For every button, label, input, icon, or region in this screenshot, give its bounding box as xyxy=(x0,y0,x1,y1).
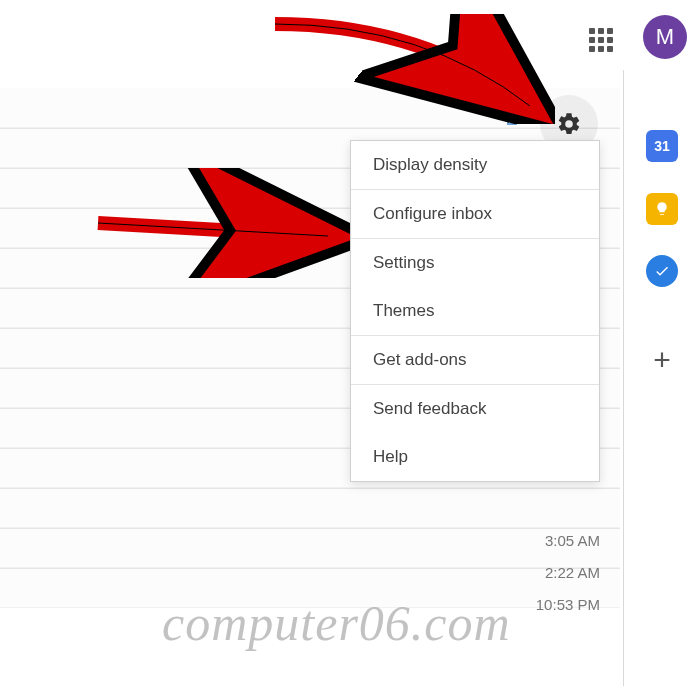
timestamp-list: 3:05 AM 2:22 AM 10:53 PM xyxy=(520,525,600,621)
menu-item-get-addons[interactable]: Get add-ons xyxy=(351,336,599,384)
timestamp: 2:22 AM xyxy=(520,557,600,589)
menu-item-display-density[interactable]: Display density xyxy=(351,141,599,189)
checkmark-icon xyxy=(654,263,670,279)
menu-item-configure-inbox[interactable]: Configure inbox xyxy=(351,190,599,238)
input-tools-dropdown[interactable] xyxy=(507,110,529,126)
gear-icon xyxy=(556,111,582,137)
menu-item-themes[interactable]: Themes xyxy=(351,287,599,335)
add-sidepanel-icon[interactable]: + xyxy=(646,344,678,376)
account-avatar[interactable]: M xyxy=(643,15,687,59)
google-apps-icon[interactable] xyxy=(589,28,613,52)
inbox-row[interactable] xyxy=(0,488,620,528)
menu-item-settings[interactable]: Settings xyxy=(351,239,599,287)
timestamp: 10:53 PM xyxy=(520,589,600,621)
watermark-text: computer06.com xyxy=(162,594,511,652)
side-panel-divider xyxy=(623,70,624,686)
keep-sidepanel-icon[interactable] xyxy=(646,193,678,225)
menu-item-help[interactable]: Help xyxy=(351,433,599,481)
calendar-sidepanel-icon[interactable]: 31 xyxy=(646,130,678,162)
tasks-sidepanel-icon[interactable] xyxy=(646,255,678,287)
timestamp: 3:05 AM xyxy=(520,525,600,557)
lightbulb-icon xyxy=(654,201,670,217)
menu-item-send-feedback[interactable]: Send feedback xyxy=(351,385,599,433)
settings-menu: Display density Configure inbox Settings… xyxy=(350,140,600,482)
